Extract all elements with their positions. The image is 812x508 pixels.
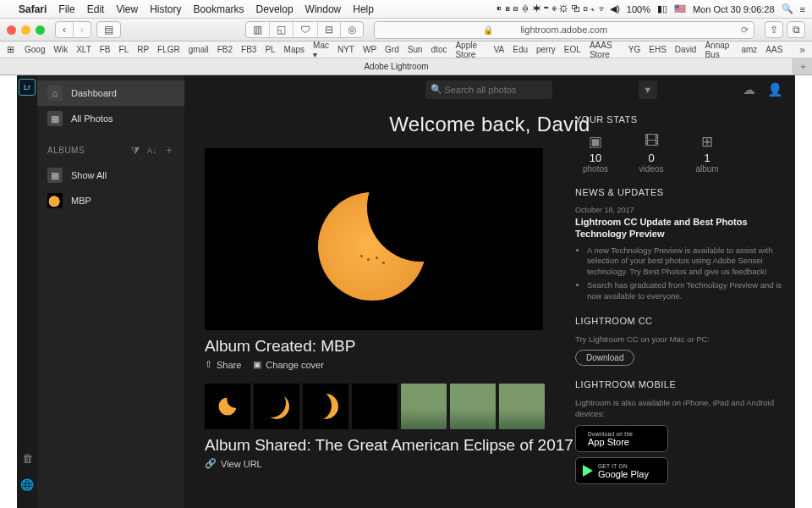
bookmark[interactable]: PL <box>265 45 275 54</box>
menu-develop[interactable]: Develop <box>256 3 294 15</box>
photo-thumbnail[interactable]: .thumb:nth-child(2) .mini::after{left:-8… <box>254 384 299 429</box>
menu-file[interactable]: File <box>58 3 74 15</box>
photo-thumbnail[interactable] <box>352 384 398 429</box>
album-cover-image[interactable] <box>205 148 543 330</box>
battery-percent[interactable]: 100% <box>627 4 650 14</box>
bookmark[interactable]: AAS <box>765 45 782 54</box>
sidebar-item-all-photos[interactable]: ▦ All Photos <box>37 106 184 131</box>
bookmark[interactable]: dtoc <box>431 45 447 54</box>
change-cover-button[interactable]: ▣Change cover <box>253 359 324 370</box>
filter-icon[interactable]: ⧩ <box>131 145 140 157</box>
new-tab-button[interactable]: ＋ <box>793 60 812 73</box>
bookmark[interactable]: Goog <box>25 45 45 54</box>
google-play-button[interactable]: GET IT ONGoogle Play <box>575 457 668 484</box>
input-flag[interactable]: 🇺🇸 <box>674 3 686 14</box>
reload-button[interactable]: ⟳ <box>741 25 749 36</box>
forward-button[interactable]: › <box>74 22 91 37</box>
add-album-button[interactable]: ＋ <box>164 143 175 157</box>
ext-button[interactable]: 🛡 <box>294 22 318 37</box>
bookmark[interactable]: gmail <box>189 45 209 54</box>
share-button[interactable]: ⇧Share <box>205 359 241 370</box>
clock[interactable]: Mon Oct 30 9:06:28 <box>693 4 775 14</box>
sort-icon[interactable]: A↓ <box>147 146 157 155</box>
bookmark[interactable]: EOL <box>564 45 581 54</box>
bookmark[interactable]: Edu <box>513 45 528 54</box>
cloud-sync-icon[interactable]: ☁ <box>743 82 755 97</box>
notification-center-icon[interactable]: ≡ <box>800 4 805 14</box>
bookmark[interactable]: EHS <box>649 45 667 54</box>
google-play-icon <box>583 465 593 477</box>
menu-view[interactable]: View <box>116 3 138 15</box>
zoom-window-button[interactable] <box>36 25 45 35</box>
filter-button[interactable]: ▼ <box>639 80 657 99</box>
app-store-button[interactable]: Download on theApp Store <box>575 425 668 452</box>
ext-button[interactable]: ⊟ <box>318 22 341 37</box>
lightroom-logo[interactable]: Lr <box>19 79 36 96</box>
photo-thumbnail[interactable] <box>499 384 545 429</box>
bookmark[interactable]: XLT <box>76 45 91 54</box>
bookmark[interactable]: FB2 <box>217 45 233 54</box>
bookmark[interactable]: FLGR <box>157 45 180 54</box>
stat-photos[interactable]: ▣ 10 photos <box>575 133 616 174</box>
your-stats-section: YOUR STATS ▣ 10 photos 🎞 0 videos ⊞ 1 <box>575 114 787 174</box>
bookmark[interactable]: Annap Bus <box>705 41 732 59</box>
status-icons[interactable]: ◧ ⊞ ⊟ ⏣ ✶ ☁ ◉ ⚙ ⧉ ⊡ ⌁ ᯤ ◀︎) <box>497 3 619 14</box>
ext-button[interactable]: ◱ <box>270 22 294 37</box>
bookmark[interactable]: VA <box>494 45 505 54</box>
search-input[interactable] <box>425 80 552 99</box>
menu-edit[interactable]: Edit <box>87 3 105 15</box>
sidebar-item-show-all[interactable]: ▦ Show All <box>37 163 184 188</box>
bookmark[interactable]: David <box>675 45 697 54</box>
photo-thumbnail[interactable]: .thumb:nth-child(1) .mini::after{left:14… <box>205 384 250 429</box>
bookmark[interactable]: NYT <box>337 45 354 54</box>
share-button[interactable]: ⇪ <box>765 21 783 38</box>
stat-videos[interactable]: 🎞 0 videos <box>631 133 672 174</box>
sidebar-item-dashboard[interactable]: ⌂ Dashboard <box>37 80 184 106</box>
bookmarks-overflow[interactable]: » <box>799 44 805 56</box>
battery-icon[interactable]: ▮▯ <box>657 3 667 14</box>
view-url-button[interactable]: 🔗View URL <box>205 458 262 469</box>
top-sites-icon[interactable]: ⊞ <box>7 44 14 55</box>
bookmark[interactable]: FB <box>100 45 111 54</box>
account-icon[interactable]: 👤 <box>767 82 783 97</box>
activity-icon[interactable]: 🌐 <box>20 478 34 491</box>
deleted-icon[interactable]: 🗑 <box>22 452 33 465</box>
address-bar[interactable]: 🔒 lightroom.adobe.com ⟳ <box>374 21 754 39</box>
news-headline[interactable]: Lightroom CC Update and Best Photos Tech… <box>575 216 787 240</box>
bookmark[interactable]: AAAS Store <box>590 41 620 59</box>
bookmark[interactable]: WP <box>363 45 376 54</box>
sidebar-item-album-mbp[interactable]: MBP <box>37 188 184 213</box>
bookmark[interactable]: Wik <box>53 45 68 54</box>
sidebar-toggle-button[interactable]: ▤ <box>97 22 120 37</box>
download-button[interactable]: Download <box>575 350 634 366</box>
ext-button[interactable]: ◎ <box>341 22 363 37</box>
bookmark[interactable]: RP <box>137 45 149 54</box>
menu-help[interactable]: Help <box>353 3 374 15</box>
ext-button[interactable]: ▥ <box>246 22 270 37</box>
tab-lightroom[interactable]: Adobe Lightroom <box>0 58 793 75</box>
back-button[interactable]: ‹ <box>56 22 74 37</box>
bookmark[interactable]: FL <box>119 45 129 54</box>
close-window-button[interactable] <box>7 25 16 35</box>
stat-albums[interactable]: ⊞ 1 album <box>687 133 727 174</box>
bookmark[interactable]: Apple Store <box>455 41 485 59</box>
bookmark[interactable]: FB3 <box>241 45 256 54</box>
photo-thumbnail[interactable] <box>401 384 447 429</box>
menu-bookmarks[interactable]: Bookmarks <box>194 3 244 15</box>
bookmark[interactable]: Grd <box>385 45 399 54</box>
bookmark[interactable]: Sun <box>408 45 423 54</box>
menu-window[interactable]: Window <box>305 3 342 15</box>
bookmark[interactable]: perry <box>536 45 556 54</box>
app-menu[interactable]: Safari <box>19 3 47 15</box>
bookmark[interactable]: amz <box>741 45 757 54</box>
bookmark[interactable]: YG <box>628 45 640 54</box>
minimize-window-button[interactable] <box>21 25 30 35</box>
tabs-button[interactable]: ⧉ <box>787 21 805 38</box>
spotlight-icon[interactable]: 🔍 <box>782 3 793 14</box>
bookmark[interactable]: Maps <box>284 45 304 54</box>
bookmark[interactable]: Mac ▾ <box>313 41 329 59</box>
photo-thumbnail[interactable] <box>450 384 496 429</box>
section-title: NEWS & UPDATES <box>575 187 787 197</box>
photo-thumbnail[interactable]: .thumb:nth-child(3) .mini::after{left:-1… <box>303 384 348 429</box>
menu-history[interactable]: History <box>150 3 181 15</box>
